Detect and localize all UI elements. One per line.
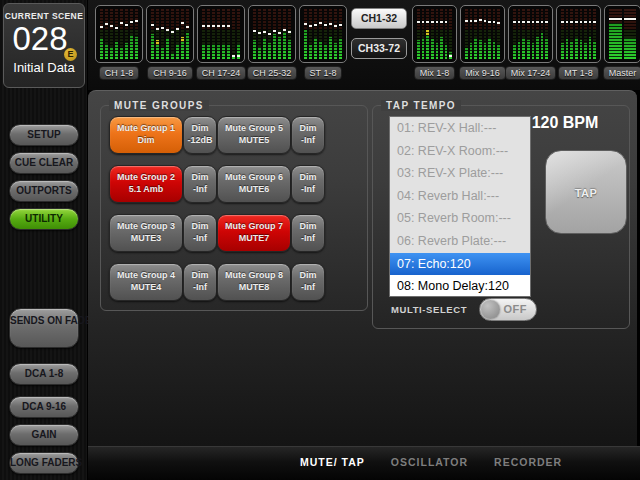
effect-list-item[interactable]: 08: Mono Delay:120	[390, 275, 530, 297]
meter-bar	[431, 9, 434, 59]
gain-button[interactable]: GAIN	[9, 424, 79, 446]
multi-select-label: MULTI-SELECT	[391, 304, 467, 315]
effect-list-item[interactable]: 04: Reverb Hall:---	[390, 185, 530, 208]
dca-1-8-button[interactable]: DCA 1-8	[9, 363, 79, 385]
tab-oscillator[interactable]: OSCILLATOR	[391, 456, 468, 468]
meter-bar	[222, 9, 225, 59]
meter-bar	[186, 9, 189, 59]
mute-group-8-dim-button[interactable]: Dim -Inf	[291, 263, 325, 301]
mute-group-3-sub: MUTE3	[110, 233, 182, 245]
meter-block: Mix 17-24	[508, 5, 553, 80]
mute-group-1-button[interactable]: Mute Group 1 Dim	[109, 116, 183, 154]
long-faders-button[interactable]: LONG FADERS	[9, 452, 79, 474]
mute-group-6-dim-button[interactable]: Dim -Inf	[291, 165, 325, 203]
mute-group-3-name: Mute Group 3	[110, 221, 182, 233]
left-sidebar: CURRENT SCENE 028 E Initial Data SETUP C…	[0, 0, 88, 480]
mute-group-2-dim-button[interactable]: Dim -Inf	[183, 165, 217, 203]
utility-button[interactable]: UTILITY	[9, 208, 79, 230]
multi-select-toggle[interactable]: OFF	[479, 298, 537, 321]
dim-label: Dim	[184, 123, 216, 135]
effect-list-item[interactable]: 06: Reverb Plate:---	[390, 230, 530, 253]
meter-block: CH 1-8	[95, 5, 143, 80]
setup-button[interactable]: SETUP	[9, 124, 79, 146]
meter-blocks-right: Mix 1-8Mix 9-16Mix 17-24MT 1-8Master	[412, 5, 640, 80]
meter-bar	[609, 9, 622, 59]
mute-group-6-sub: MUTE6	[218, 184, 290, 196]
mute-group-8-button[interactable]: Mute Group 8 MUTE8	[217, 263, 291, 301]
mute-group-7-button[interactable]: Mute Group 7 MUTE7	[217, 214, 291, 252]
mute-group-2-name: Mute Group 2	[110, 172, 182, 184]
meter-bar	[580, 9, 583, 59]
meter-bar	[105, 9, 108, 59]
cue-clear-button[interactable]: CUE CLEAR	[9, 152, 79, 174]
mute-group-7-dim-button[interactable]: Dim -Inf	[291, 214, 325, 252]
meter-bar	[440, 9, 443, 59]
mute-group-5-dim-button[interactable]: Dim -Inf	[291, 116, 325, 154]
mute-group-3-button[interactable]: Mute Group 3 MUTE3	[109, 214, 183, 252]
mute-groups-title: MUTE GROUPS	[109, 100, 209, 111]
meter-bar	[329, 9, 332, 59]
effect-list-item[interactable]: 02: REV-X Room:---	[390, 140, 530, 163]
meter-bar	[115, 9, 118, 59]
effect-list-item[interactable]: 05: Reverb Room:---	[390, 207, 530, 230]
meter-bar	[445, 9, 448, 59]
meter-bar	[465, 9, 468, 59]
mute-group-3-dim-button[interactable]: Dim -Inf	[183, 214, 217, 252]
mute-group-8-name: Mute Group 8	[218, 270, 290, 282]
mute-group-4-name: Mute Group 4	[110, 270, 182, 282]
tap-button[interactable]: TAP	[545, 150, 627, 234]
dim-value: -Inf	[292, 135, 324, 147]
meter-block: CH 25-32	[248, 5, 296, 80]
mute-group-5-button[interactable]: Mute Group 5 MUTE5	[217, 116, 291, 154]
meter-bar	[202, 9, 205, 59]
meter-block: ST 1-8	[299, 5, 347, 80]
meter-block: Mix 1-8	[412, 5, 457, 80]
meter-bar	[513, 9, 516, 59]
meter-bank-label: CH 1-8	[99, 66, 140, 80]
mute-group-1-dim-button[interactable]: Dim -12dB	[183, 116, 217, 154]
bottom-tab-bar: MUTE/ TAP OSCILLATOR RECORDER	[88, 446, 640, 480]
meter-bar	[488, 9, 491, 59]
meter-bar	[474, 9, 477, 59]
meter-bar	[518, 9, 521, 59]
mute-group-4-button[interactable]: Mute Group 4 MUTE4	[109, 263, 183, 301]
meter-bar	[176, 9, 179, 59]
meter-bar	[566, 9, 569, 59]
channel-bank-switcher: CH1-32 CH33-72	[351, 8, 407, 59]
meter-bar	[561, 9, 564, 59]
meter-bar	[212, 9, 215, 59]
meter-bar	[283, 9, 286, 59]
meter-bar	[156, 9, 159, 59]
dim-value: -Inf	[292, 233, 324, 245]
meter-bank-label: Master	[603, 66, 640, 80]
tap-tempo-section: TAP TEMPO 01: REV-X Hall:--- 02: REV-X R…	[372, 105, 630, 329]
utility-main-panel: MUTE GROUPS Mute Group 1 Dim Dim -12dB M…	[88, 90, 637, 446]
dim-label: Dim	[184, 270, 216, 282]
mute-group-6-button[interactable]: Mute Group 6 MUTE6	[217, 165, 291, 203]
meter-bar	[479, 9, 482, 59]
dim-value: -Inf	[184, 233, 216, 245]
tab-mute-tap[interactable]: MUTE/ TAP	[300, 456, 365, 468]
tap-tempo-effect-list[interactable]: 01: REV-X Hall:--- 02: REV-X Room:--- 03…	[389, 116, 531, 297]
meter-bank-label: MT 1-8	[558, 66, 598, 80]
meter-bar	[541, 9, 544, 59]
meter-bar	[232, 9, 235, 59]
outports-button[interactable]: OUTPORTS	[9, 180, 79, 202]
mute-group-2-button[interactable]: Mute Group 2 5.1 Amb	[109, 165, 183, 203]
meter-bar	[304, 9, 307, 59]
bank-ch1-32-button[interactable]: CH1-32	[351, 8, 407, 29]
dca-9-16-button[interactable]: DCA 9-16	[9, 396, 79, 418]
bank-ch33-72-button[interactable]: CH33-72	[351, 38, 407, 59]
meter-bar	[288, 9, 291, 59]
tab-recorder[interactable]: RECORDER	[494, 456, 562, 468]
meter-bank-label: Mix 9-16	[459, 66, 506, 80]
meter-bar	[522, 9, 525, 59]
meter-block: MT 1-8	[556, 5, 601, 80]
effect-list-item-selected[interactable]: 07: Echo:120	[390, 253, 530, 276]
meter-bar	[470, 9, 473, 59]
mute-group-4-dim-button[interactable]: Dim -Inf	[183, 263, 217, 301]
effect-list-item[interactable]: 03: REV-X Plate:---	[390, 162, 530, 185]
sends-on-faders-button[interactable]: SENDS ON FADERS	[9, 308, 79, 348]
meter-bar	[575, 9, 578, 59]
meter-bar	[497, 9, 500, 59]
